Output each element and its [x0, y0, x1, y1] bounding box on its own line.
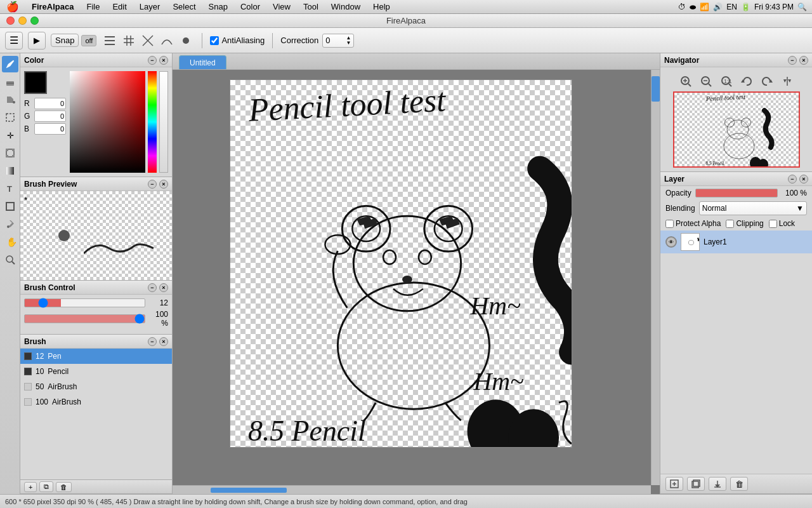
new-layer-button[interactable] — [665, 477, 683, 491]
duplicate-layer-button[interactable] — [687, 477, 705, 491]
maximize-button[interactable] — [30, 17, 39, 25]
color-panel-close[interactable]: × — [159, 56, 168, 65]
lock-checkbox[interactable] — [769, 220, 777, 228]
tool-zoom[interactable] — [2, 251, 18, 268]
tool-text[interactable]: T — [2, 180, 18, 197]
menu-color[interactable]: Color — [234, 2, 266, 11]
snap-curve-icon[interactable] — [159, 32, 175, 49]
layer-item-1[interactable]: 👁 Layer1 — [660, 231, 812, 253]
app-name[interactable]: FireAlpaca — [25, 2, 80, 11]
navigator-collapse[interactable]: − — [788, 56, 797, 65]
snap-dot-icon[interactable] — [178, 32, 194, 49]
navigator-thumbnail[interactable]: Pencil tool test 8.5 Pencil 10 Pencil — [673, 91, 800, 168]
correction-input[interactable]: 0 ▲ ▼ — [322, 34, 354, 48]
menu-file[interactable]: File — [80, 2, 106, 11]
tool-eraser[interactable] — [2, 74, 18, 90]
menubar-battery-icon[interactable]: 🔋 — [741, 3, 750, 11]
brush-item-airbrush-50[interactable]: 50 AirBrush — [20, 379, 172, 394]
canvas-scroll-vertical[interactable] — [651, 70, 660, 485]
opacity-slider[interactable] — [695, 189, 778, 197]
canvas-tab[interactable]: Untitled — [179, 55, 226, 69]
snap-off-badge[interactable]: off — [81, 35, 96, 46]
snap-diag-icon[interactable] — [140, 32, 156, 49]
brush-control-collapse[interactable]: − — [148, 283, 157, 292]
play-button[interactable]: ▶ — [28, 32, 46, 50]
merge-down-button[interactable] — [709, 477, 726, 491]
brush-preview-close[interactable]: × — [159, 180, 168, 189]
layer-eye-icon[interactable]: 👁 — [665, 236, 677, 248]
color-gradient-picker[interactable] — [70, 71, 145, 173]
new-brush-button[interactable]: + — [24, 482, 37, 492]
tool-move[interactable]: ✛ — [2, 127, 18, 144]
brush-control-close[interactable]: × — [159, 283, 168, 292]
rotate-ccw-button[interactable] — [739, 74, 754, 89]
snap-grid-icon[interactable] — [121, 32, 137, 49]
menu-edit[interactable]: Edit — [106, 2, 133, 11]
rotate-cw-button[interactable] — [759, 74, 775, 89]
menu-window[interactable]: Window — [325, 2, 367, 11]
canvas-scroll-v-thumb[interactable] — [652, 76, 660, 102]
brush-opacity-slider[interactable] — [24, 314, 145, 323]
protect-alpha-checkbox[interactable] — [665, 220, 674, 228]
zoom-fit-button[interactable]: 1:1 — [719, 74, 734, 89]
b-input[interactable] — [34, 123, 66, 135]
flip-button[interactable] — [780, 74, 795, 89]
brush-item-pencil[interactable]: 10 Pencil — [20, 364, 172, 379]
tool-eyedropper[interactable] — [2, 216, 18, 232]
r-input[interactable] — [34, 98, 66, 109]
canvas-scroll-horizontal[interactable] — [173, 485, 651, 494]
brush-preview-collapse[interactable]: − — [148, 180, 157, 189]
menubar-sound-icon[interactable]: 🔊 — [713, 3, 723, 11]
zoom-out-button[interactable] — [698, 74, 714, 89]
menubar-language-icon[interactable]: EN — [726, 3, 737, 11]
menubar-time-machine-icon[interactable]: ⏱ — [678, 3, 686, 11]
brush-item-pen[interactable]: 12 Pen — [20, 349, 172, 364]
canvas-scroll-h-thumb[interactable] — [211, 488, 287, 493]
antialias-checkbox-label[interactable]: AntiAliasing — [210, 36, 265, 45]
minimize-button[interactable] — [18, 17, 27, 25]
menu-tool[interactable]: Tool — [297, 2, 325, 11]
menu-snap[interactable]: Snap — [202, 2, 234, 11]
tool-pen[interactable] — [2, 56, 18, 72]
blending-dropdown[interactable]: Normal ▼ — [699, 201, 807, 215]
correction-stepper[interactable]: ▲ ▼ — [346, 36, 351, 46]
tool-select[interactable] — [2, 109, 18, 126]
delete-layer-button[interactable]: 🗑 — [730, 477, 748, 491]
correction-down[interactable]: ▼ — [346, 41, 351, 46]
apple-menu[interactable]: 🍎 — [0, 1, 25, 13]
drawing-canvas[interactable]: Pencil tool test — [230, 79, 572, 448]
protect-alpha-checkbox-label[interactable]: Protect Alpha — [665, 219, 721, 228]
menubar-bluetooth-icon[interactable]: ⬬ — [690, 3, 696, 11]
brush-scroll-thumb[interactable] — [163, 351, 168, 362]
snap-lines-icon[interactable] — [102, 32, 118, 49]
tool-bucket[interactable] — [2, 91, 18, 108]
delete-brush-button[interactable]: 🗑 — [56, 482, 72, 492]
g-input[interactable] — [34, 110, 66, 122]
menu-layer[interactable]: Layer — [133, 2, 167, 11]
sidebar-toggle-button[interactable]: ☰ — [5, 32, 23, 50]
menu-view[interactable]: View — [266, 2, 297, 11]
tool-shape[interactable] — [2, 198, 18, 215]
brush-size-slider[interactable] — [24, 298, 145, 307]
lock-checkbox-label[interactable]: Lock — [769, 219, 795, 228]
canvas-viewport[interactable]: Pencil tool test — [173, 70, 660, 494]
brush-panel-collapse[interactable]: − — [148, 337, 157, 346]
menu-select[interactable]: Select — [166, 2, 202, 11]
layer-panel-close[interactable]: × — [799, 175, 808, 184]
antialias-checkbox[interactable] — [210, 36, 219, 45]
navigator-close[interactable]: × — [799, 56, 808, 65]
tool-hand[interactable]: ✋ — [2, 234, 18, 250]
menubar-search-icon[interactable]: 🔍 — [797, 3, 807, 11]
menubar-wifi-icon[interactable]: 📶 — [700, 3, 709, 11]
menu-help[interactable]: Help — [367, 2, 396, 11]
color-panel-collapse[interactable]: − — [148, 56, 157, 65]
clipping-checkbox[interactable] — [726, 220, 734, 228]
tool-transform[interactable] — [2, 145, 18, 161]
close-button[interactable] — [6, 17, 15, 25]
copy-brush-button[interactable]: ⧉ — [39, 481, 53, 492]
brush-item-airbrush-100[interactable]: 100 AirBrush — [20, 394, 172, 410]
color-alpha-bar[interactable] — [159, 71, 168, 173]
color-swatch[interactable] — [24, 71, 47, 94]
layer-panel-collapse[interactable]: − — [788, 175, 797, 184]
brush-panel-close[interactable]: × — [159, 337, 168, 346]
